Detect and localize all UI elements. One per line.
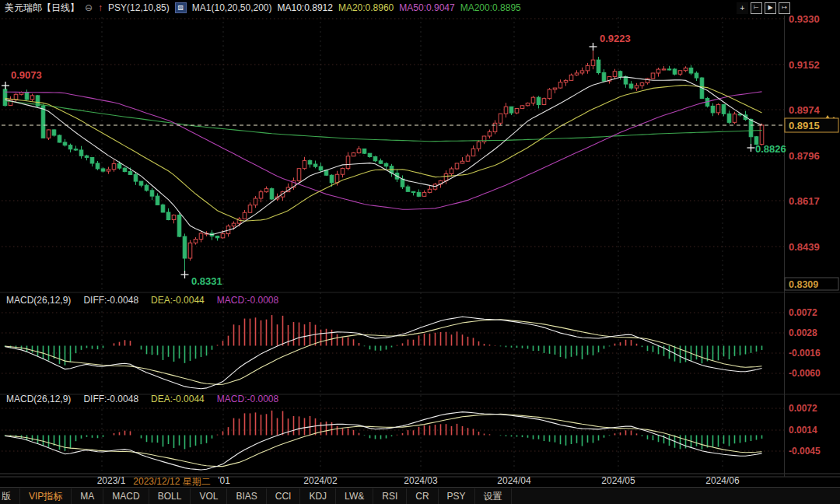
axis-tick-label: 0.0014: [789, 425, 817, 436]
move-crosshair-icon[interactable]: +: [737, 2, 748, 14]
x-axis-label: '01: [218, 475, 230, 486]
indicator-header: 美元瑞郎【日线】 ⊖ ↑ PSY(12,10,85) ▨ MA1(10,20,5…: [0, 0, 840, 16]
ma10-value: MA10:0.8912: [278, 2, 333, 13]
toolbar-item-KDJ[interactable]: KDJ: [300, 488, 336, 504]
diff-value: DIFF:-0.0048: [83, 394, 138, 404]
toolbar-item-LW&[interactable]: LW&: [336, 488, 373, 504]
dea-value: DEA:-0.0044: [151, 394, 205, 404]
toolbar-item-设置[interactable]: 设置: [475, 488, 512, 504]
toolbar-item-BIAS[interactable]: BIAS: [227, 488, 266, 504]
psy-indicator-label[interactable]: PSY(12,10,85): [108, 2, 170, 13]
macd1-chart-area[interactable]: [0, 308, 784, 393]
x-axis-label: 2024/06: [705, 475, 739, 486]
collapse-icon[interactable]: ⊖: [85, 2, 93, 13]
axis-tick-label: -0.0060: [789, 368, 821, 379]
macd-panel2-header: MACD(26,12,9) DIFF:-0.0048 DEA:-0.0044 M…: [6, 394, 278, 404]
bottom-price-label: 0.8309: [789, 279, 818, 290]
axis-tick-label: -0.0045: [789, 446, 821, 457]
macd-value: MACD:-0.0008: [217, 295, 278, 306]
toolbar-item-PSY[interactable]: PSY: [439, 488, 475, 504]
macd-name[interactable]: MACD(26,12,9): [6, 295, 71, 306]
ma-group-label[interactable]: MA1(10,20,50,200): [192, 2, 272, 13]
price-chart-canvas[interactable]: 0.93300.91520.89740.87960.86170.84390.89…: [0, 0, 840, 504]
x-axis-label: 2024/02: [303, 475, 337, 486]
toolbar-item-CR[interactable]: CR: [407, 488, 438, 504]
axis-chart-icon[interactable]: ⊢: [751, 2, 762, 14]
ma50-value: MA50:0.9047: [399, 2, 454, 13]
x-axis-label: 2023/1: [97, 475, 126, 486]
toolbar-item-MACD[interactable]: MACD: [103, 488, 149, 504]
axis-tick-label: 0.0028: [789, 327, 817, 338]
time-axis: 2023/12023/12/12 星期二'012024/022024/03202…: [0, 475, 784, 487]
ma200-value: MA200:0.8895: [460, 2, 521, 13]
axis-tick-label: 0.8796: [789, 150, 820, 162]
price-axis: 0.93300.91520.89740.87960.86170.84390.89…: [785, 13, 838, 457]
axis-tick-label: 0.8617: [789, 195, 820, 207]
macd-panel1-header: MACD(26,12,9) DIFF:-0.0048 DEA:-0.0044 M…: [6, 295, 278, 306]
up-arrow-icon: ↑: [98, 2, 103, 13]
chart-tool-icons: + ⊢ ▶ ↦: [737, 2, 790, 14]
toolbar-item-BOLL[interactable]: BOLL: [149, 488, 191, 504]
macd-value: MACD:-0.0008: [217, 394, 278, 404]
x-axis-label: 2024/05: [601, 475, 635, 486]
toolbar-item-版[interactable]: 版: [0, 488, 20, 504]
toolbar-item-MA[interactable]: MA: [72, 488, 103, 504]
current-price-label: 0.8915: [789, 120, 820, 131]
x-axis-label: 2024/03: [404, 475, 437, 486]
toolbar-item-RSI[interactable]: RSI: [373, 488, 407, 504]
indicator-toolbar: 版VIP指标MAMACDBOLLVOLBIASCCIKDJLW&RSICRPSY…: [0, 487, 840, 504]
axis-tick-label: 0.0072: [789, 403, 817, 414]
toolbar-item-VOL[interactable]: VOL: [191, 488, 227, 504]
axis-tick-label: 0.9152: [789, 59, 820, 71]
toolbar-item-VIP指标[interactable]: VIP指标: [20, 488, 72, 504]
diff-value: DIFF:-0.0048: [83, 295, 138, 306]
axis-tick-label: 0.8974: [789, 104, 821, 116]
main-chart-area[interactable]: [0, 17, 784, 289]
dea-value: DEA:-0.0044: [151, 295, 205, 306]
macd2-chart-area[interactable]: [0, 398, 784, 471]
axis-tick-label: -0.0016: [789, 348, 821, 359]
exit-pan-icon[interactable]: ↦: [779, 2, 790, 14]
ma20-value: MA20:0.8960: [338, 2, 394, 13]
mini-chart-icon: ▨: [175, 2, 187, 13]
macd-name[interactable]: MACD(26,12,9): [6, 394, 71, 404]
x-axis-label: 2024/04: [497, 475, 530, 486]
symbol-title[interactable]: 美元瑞郎【日线】: [5, 2, 79, 15]
toolbar-item-CCI[interactable]: CCI: [267, 488, 301, 504]
axis-tick-label: 0.0072: [789, 307, 817, 318]
play-chart-icon[interactable]: ▶: [765, 2, 776, 14]
axis-tick-label: 0.8439: [789, 241, 820, 253]
